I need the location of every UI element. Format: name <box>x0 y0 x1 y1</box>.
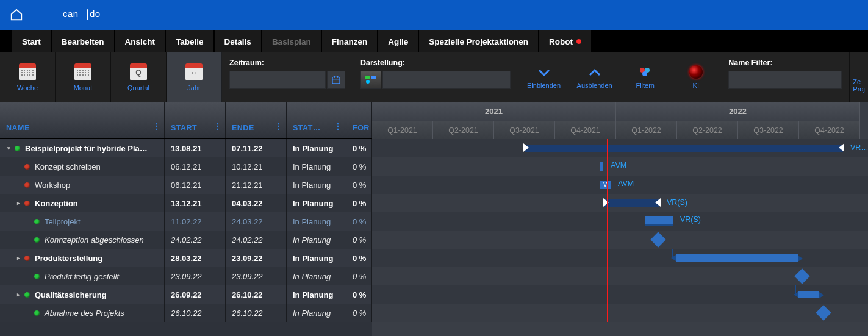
tree-toggle-icon[interactable]: ▸ <box>15 255 22 261</box>
gantt-row[interactable]: VR(S) <box>372 212 868 231</box>
gantt-bar[interactable]: VR(S) <box>645 216 673 226</box>
menu-tab-basisplan[interactable]: Basisplan <box>262 30 321 52</box>
view-icon[interactable] <box>360 71 381 89</box>
cell-for: 0 % <box>346 176 372 194</box>
gantt-row[interactable] <box>372 249 868 267</box>
action-ausblenden[interactable]: Ausblenden <box>569 52 620 102</box>
table-row[interactable]: ▸Konzeption13.12.2104.03.22In Planung0 % <box>0 194 372 212</box>
col-menu-icon[interactable]: ⋮ <box>274 121 283 131</box>
table-row[interactable]: Abnahme des Projekts26.10.2226.10.22In P… <box>0 304 372 322</box>
table-row[interactable]: ▸Qualitätssicherung26.09.2226.10.22In Pl… <box>0 285 372 304</box>
gantt-milestone[interactable] <box>816 305 831 320</box>
action-ki[interactable]: KI <box>670 52 721 102</box>
cell-name: ▸Konzeption <box>0 194 165 212</box>
col-header-name[interactable]: NAME⋮ <box>0 102 165 138</box>
gantt-bar[interactable]: VAVM <box>600 181 611 189</box>
cell-ende: 21.12.21 <box>226 176 287 194</box>
tree-toggle-icon[interactable]: ▾ <box>5 145 12 151</box>
gantt-quarter-header: Q4-2022 <box>799 121 860 140</box>
col-header-start[interactable]: START⋮ <box>165 102 226 138</box>
action-zeige[interactable]: Ze Proj <box>850 52 868 102</box>
col-header-ende[interactable]: ENDE⋮ <box>226 102 287 138</box>
cell-for: 0 % <box>346 157 372 176</box>
menu-tab-bearbeiten[interactable]: Bearbeiten <box>52 30 114 52</box>
row-name-text: Abnahme des Projekts <box>45 309 124 318</box>
row-name-text: Workshop <box>35 181 70 190</box>
tree-toggle-icon[interactable]: ▸ <box>15 200 22 206</box>
menu-tab-finanzen[interactable]: Finanzen <box>322 30 378 52</box>
gantt-row[interactable]: VR… <box>372 139 868 157</box>
darstellung-input[interactable] <box>382 71 511 89</box>
calendar-icon: ↔ <box>185 63 203 80</box>
table-row[interactable]: Konnzeption abgeschlossen24.02.2224.02.2… <box>0 231 372 249</box>
col-header-for[interactable]: FOR <box>346 102 372 138</box>
gantt-year-header: 2022 <box>616 102 860 121</box>
home-icon[interactable] <box>10 8 23 23</box>
gantt-chart[interactable]: 20212022 Q1-2021Q2-2021Q3-2021Q4-2021Q1-… <box>372 102 868 336</box>
col-menu-icon[interactable]: ⋮ <box>334 121 343 131</box>
row-name-text: Konzeption <box>35 199 78 208</box>
gantt-row[interactable] <box>372 267 868 285</box>
row-name-text: Konzept schreiben <box>35 162 101 171</box>
datepicker-icon[interactable] <box>327 71 345 89</box>
menu-tab-start[interactable]: Start <box>12 30 51 52</box>
action-label: Einblenden <box>527 82 561 89</box>
period-button-quartal[interactable]: QQuartal <box>111 52 167 102</box>
name-filter-input[interactable] <box>728 71 842 89</box>
menu-tab-agile[interactable]: Agile <box>378 30 418 52</box>
action-einblenden[interactable]: Einblenden <box>518 52 569 102</box>
cell-start: 26.09.22 <box>165 285 226 304</box>
cell-status: In Planung <box>287 212 346 231</box>
gantt-row[interactable]: AVM <box>372 157 868 176</box>
cell-name: Konnzeption abgeschlossen <box>0 231 165 249</box>
tree-toggle-icon[interactable]: ▸ <box>15 291 22 298</box>
gantt-bar[interactable] <box>676 254 798 262</box>
gantt-bar-label: VR(S) <box>667 198 687 207</box>
gantt-row[interactable]: VAVM <box>372 176 868 194</box>
gantt-milestone[interactable] <box>794 268 809 284</box>
menu-tab-tabelle[interactable]: Tabelle <box>166 30 213 52</box>
table-row[interactable]: ▾Beispielprojekt für hybride Pla…13.08.2… <box>0 139 372 157</box>
col-menu-icon[interactable]: ⋮ <box>152 121 161 131</box>
cell-status: In Planung <box>287 194 346 212</box>
row-name-text: Produkt fertig gestellt <box>45 272 119 281</box>
col-header-status[interactable]: STAT…⋮ <box>287 102 346 138</box>
zeitraum-input[interactable] <box>229 71 326 89</box>
period-button-monat[interactable]: Monat <box>56 52 111 102</box>
calendar-icon <box>74 63 91 80</box>
gantt-row[interactable] <box>372 304 868 322</box>
cell-for: 0 % <box>346 304 372 322</box>
gantt-quarter-header: Q3-2021 <box>494 121 555 140</box>
table-row[interactable]: Teilprojekt11.02.2224.03.22In Planung0 % <box>0 212 372 231</box>
menu-tab-ansicht[interactable]: Ansicht <box>115 30 165 52</box>
period-button-jahr[interactable]: ↔Jahr <box>167 52 222 102</box>
action-filtern[interactable]: Filtern <box>620 52 670 102</box>
gantt-quarter-header: Q1-2021 <box>372 121 433 140</box>
cell-ende: 23.09.22 <box>226 249 287 267</box>
gantt-row[interactable] <box>372 231 868 249</box>
menu-tab-robot[interactable]: Robot <box>539 30 591 52</box>
period-button-woche[interactable]: Woche <box>0 52 56 102</box>
gantt-bar[interactable] <box>798 291 819 298</box>
table-row[interactable]: Produkt fertig gestellt23.09.2223.09.22I… <box>0 267 372 285</box>
gantt-bar[interactable]: AVM <box>600 162 603 171</box>
gantt-bar-label: AVM <box>618 179 634 188</box>
gantt-bar[interactable]: VR… <box>525 145 843 152</box>
gantt-bar-label: AVM <box>611 161 626 170</box>
cell-status: In Planung <box>287 231 346 249</box>
menu-tab-spezielle-projektaktionen[interactable]: Spezielle Projektaktionen <box>419 30 538 52</box>
gantt-bar[interactable]: VR(S) <box>604 199 659 207</box>
status-bullet-icon <box>34 219 40 224</box>
gantt-milestone[interactable] <box>650 232 665 247</box>
table-row[interactable]: Konzept schreiben06.12.2110.12.21In Plan… <box>0 157 372 176</box>
titlebar: can do <box>0 0 868 30</box>
gantt-row[interactable] <box>372 285 868 304</box>
col-menu-icon[interactable]: ⋮ <box>213 121 222 131</box>
table-row[interactable]: ▸Produkterstellung28.03.2223.09.22In Pla… <box>0 249 372 267</box>
menu-tab-details[interactable]: Details <box>215 30 261 52</box>
status-bullet-icon <box>34 310 40 316</box>
svg-point-9 <box>366 80 370 84</box>
gantt-row[interactable]: VR(S) <box>372 194 868 212</box>
table-row[interactable]: Workshop06.12.2121.12.21In Planung0 % <box>0 176 372 194</box>
period-button-label: Jahr <box>187 84 200 91</box>
